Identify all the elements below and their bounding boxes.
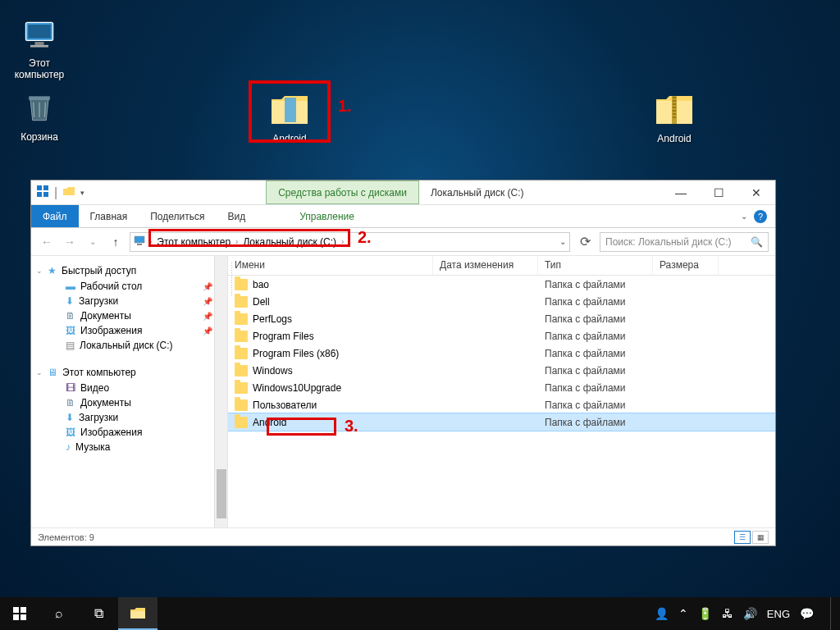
sidebar-item-videos[interactable]: 🎞Видео <box>31 381 227 395</box>
nav-back-button[interactable]: ← <box>38 233 56 251</box>
breadcrumb-dropdown-icon[interactable]: ⌄ <box>559 237 566 246</box>
sidebar-item-music[interactable]: ♪Музыка <box>31 440 227 454</box>
tab-share[interactable]: Поделиться <box>139 205 216 227</box>
file-row[interactable]: Program FilesПапка с файлами <box>228 327 775 345</box>
file-row[interactable]: ПользователиПапка с файлами <box>228 396 775 413</box>
taskbar[interactable]: ⌕ ⧉ 👤 ⌃ 🔋 🖧 🔊 ENG 💬 <box>0 597 840 630</box>
tab-view[interactable]: Вид <box>216 205 257 227</box>
pin-icon: 📌 <box>203 297 212 306</box>
folder-icon <box>235 331 248 342</box>
sidebar-item-documents[interactable]: 🗎Документы📌 <box>31 308 227 323</box>
maximize-button[interactable]: ☐ <box>700 180 737 204</box>
file-row[interactable]: DellПапка с файлами <box>228 293 775 310</box>
view-details-button[interactable]: ☰ <box>734 531 751 544</box>
sidebar-item-desktop[interactable]: ▬Рабочий стол📌 <box>31 279 227 294</box>
minimize-button[interactable]: ― <box>662 180 700 204</box>
column-headers[interactable]: Имени Дата изменения Тип Размера <box>228 256 775 276</box>
notifications-icon[interactable]: 💬 <box>800 607 814 620</box>
tab-file[interactable]: Файл <box>31 205 79 227</box>
sidebar-item-pictures[interactable]: 🖼Изображения <box>31 425 227 440</box>
file-type: Папка с файлами <box>538 331 653 342</box>
sidebar-scrollbar[interactable] <box>214 256 227 527</box>
sidebar-group-label: Быстрый доступ <box>62 265 136 276</box>
file-type: Папка с файлами <box>538 417 653 428</box>
volume-icon[interactable]: 🔊 <box>743 607 757 620</box>
file-row[interactable]: baoПапка с файлами <box>228 276 775 293</box>
qat-dropdown-icon[interactable]: ▾ <box>80 189 84 197</box>
file-row[interactable]: WindowsПапка с файлами <box>228 362 775 379</box>
explorer-body: ⌄★Быстрый доступ ▬Рабочий стол📌 ⬇Загрузк… <box>31 256 775 527</box>
search-button[interactable]: ⌕ <box>39 597 79 630</box>
taskview-icon: ⧉ <box>94 606 103 621</box>
file-row[interactable]: Program Files (x86)Папка с файлами <box>228 345 775 362</box>
desktop-icon-android-zip[interactable]: Android <box>643 90 705 144</box>
tab-manage[interactable]: Управление <box>288 205 366 227</box>
people-icon[interactable]: 👤 <box>655 607 669 620</box>
desktop-icon-this-pc[interactable]: Этот компьютер <box>8 15 71 80</box>
taskview-button[interactable]: ⧉ <box>79 597 118 630</box>
downloads-icon: ⬇ <box>66 412 74 423</box>
breadcrumb-pc-icon <box>134 235 147 249</box>
col-date[interactable]: Дата изменения <box>433 256 538 275</box>
annotation-box-2 <box>148 229 350 247</box>
quick-access-toolbar: | ▾ <box>31 180 89 204</box>
desktop-icon-recycle-bin[interactable]: Корзина <box>8 89 71 143</box>
col-type[interactable]: Тип <box>538 256 653 275</box>
folder-icon <box>235 313 248 325</box>
network-icon[interactable]: 🖧 <box>722 607 733 620</box>
file-name: Program Files <box>253 331 314 342</box>
scrollbar-thumb[interactable] <box>217 469 226 518</box>
context-tab-header: Средства работы с дисками <box>266 180 419 204</box>
sidebar-item-downloads[interactable]: ⬇Загрузки <box>31 410 227 425</box>
nav-history-dropdown[interactable]: ⌄ <box>84 233 102 251</box>
sidebar-quick-access[interactable]: ⌄★Быстрый доступ <box>31 262 227 279</box>
file-type: Папка с файлами <box>538 313 653 325</box>
refresh-button[interactable]: ⟳ <box>575 234 595 249</box>
annotation-callout-1: 1. <box>338 97 352 116</box>
sidebar-item-documents[interactable]: 🗎Документы <box>31 395 227 410</box>
file-type: Папка с файлами <box>538 279 653 290</box>
sidebar-item-downloads[interactable]: ⬇Загрузки📌 <box>31 294 227 308</box>
close-button[interactable]: ✕ <box>737 180 775 204</box>
show-desktop-button[interactable] <box>830 597 835 630</box>
file-rows[interactable]: baoПапка с файлами DellПапка с файлами P… <box>228 276 775 527</box>
folder-icon <box>235 296 248 308</box>
search-box[interactable]: Поиск: Локальный диск (C:) 🔍 <box>600 232 769 252</box>
sidebar-item-pictures[interactable]: 🖼Изображения📌 <box>31 323 227 338</box>
taskbar-explorer[interactable] <box>118 597 158 630</box>
desktop-icon: ▬ <box>66 281 75 292</box>
col-size[interactable]: Размера <box>653 256 719 275</box>
sidebar-this-pc[interactable]: ⌄🖥Этот компьютер <box>31 364 227 381</box>
help-button[interactable]: ? <box>754 210 767 223</box>
start-button[interactable] <box>0 597 39 630</box>
language-indicator[interactable]: ENG <box>767 608 790 620</box>
svg-rect-19 <box>130 611 145 619</box>
sidebar-item-label: Видео <box>80 382 109 394</box>
titlebar[interactable]: | ▾ Средства работы с дисками Локальный … <box>31 180 775 205</box>
tray-chevron-icon[interactable]: ⌃ <box>678 607 688 620</box>
annotation-box-3 <box>267 418 336 436</box>
sidebar-item-label: Загрузки <box>79 412 118 423</box>
svg-rect-14 <box>137 244 142 245</box>
file-row[interactable]: PerfLogsПапка с файлами <box>228 310 775 327</box>
sidebar-item-drive-c[interactable]: ▤Локальный диск (C:) <box>31 338 227 353</box>
tab-home[interactable]: Главная <box>79 205 139 227</box>
pin-icon: 📌 <box>203 282 212 291</box>
nav-forward-button[interactable]: → <box>61 233 79 251</box>
sidebar-item-label: Документы <box>80 310 131 322</box>
view-icons-button[interactable]: ▦ <box>752 531 769 544</box>
sidebar-item-label: Изображения <box>80 427 142 438</box>
annotation-callout-3: 3. <box>345 417 358 436</box>
file-list-pane: Имени Дата изменения Тип Размера baoПапк… <box>228 256 775 527</box>
battery-icon[interactable]: 🔋 <box>698 607 712 620</box>
col-name[interactable]: Имени <box>228 256 433 275</box>
svg-rect-16 <box>21 607 26 613</box>
sidebar-item-label: Изображения <box>80 325 142 336</box>
file-row[interactable]: Windows10UpgradeПапка с файлами <box>228 379 775 396</box>
nav-up-button[interactable]: ↑ <box>107 233 125 251</box>
recycle-bin-icon <box>20 89 59 128</box>
file-type: Папка с файлами <box>538 348 653 359</box>
folder-icon <box>235 365 248 377</box>
folder-icon <box>235 382 248 394</box>
ribbon-collapse-icon[interactable]: ⌄ <box>741 212 747 221</box>
